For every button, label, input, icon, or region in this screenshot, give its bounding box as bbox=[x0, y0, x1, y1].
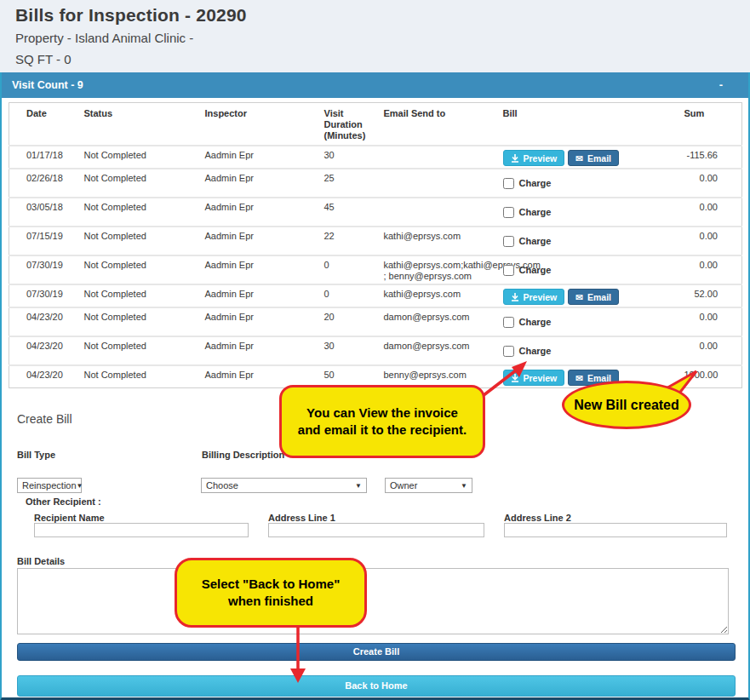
callout-text: You can View the invoice bbox=[306, 405, 458, 422]
table-row: 07/30/19Not CompletedAadmin Epr0kathi@ep… bbox=[9, 255, 742, 284]
table-row: 04/23/20Not CompletedAadmin Epr30damon@e… bbox=[9, 336, 742, 365]
col-duration: Visit Duration (Minutes) bbox=[318, 103, 377, 146]
preview-button[interactable]: Preview bbox=[503, 289, 565, 305]
preview-label: Preview bbox=[524, 153, 558, 164]
cell-duration: 45 bbox=[318, 198, 377, 227]
callout-back-to-home: Select "Back to Home" when finished bbox=[175, 558, 367, 628]
callout-text: when finished bbox=[228, 593, 313, 610]
charge-checkbox[interactable] bbox=[503, 317, 514, 328]
recipient-name-label: Recipient Name bbox=[34, 513, 105, 523]
table-row: 07/15/19Not CompletedAadmin Epr22kathi@e… bbox=[9, 227, 742, 255]
other-recipient-label: Other Recipient : bbox=[26, 496, 101, 507]
bill-details-textarea[interactable] bbox=[17, 568, 729, 634]
address-line1-input[interactable] bbox=[268, 523, 484, 537]
preview-label: Preview bbox=[524, 373, 558, 383]
billing-description-select[interactable]: Choose ▼ bbox=[201, 478, 367, 493]
charge-label: Charge bbox=[519, 178, 552, 189]
cell-duration: 20 bbox=[318, 307, 377, 336]
bill-type-label: Bill Type bbox=[17, 450, 55, 460]
cell-status: Not Completed bbox=[77, 146, 198, 169]
cell-bill: Preview✉Email bbox=[496, 284, 678, 307]
table-row: 01/17/18Not CompletedAadmin Epr30Preview… bbox=[9, 146, 742, 169]
email-button[interactable]: ✉Email bbox=[568, 289, 619, 305]
cell-status: Not Completed bbox=[77, 336, 198, 365]
billing-description-label: Billing Description bbox=[202, 450, 284, 460]
cell-date: 07/15/19 bbox=[9, 227, 77, 255]
cell-inspector: Aadmin Epr bbox=[198, 169, 318, 198]
cell-sum: 0.00 bbox=[678, 255, 742, 284]
charge-label: Charge bbox=[519, 346, 552, 357]
table-row: 02/26/18Not CompletedAadmin Epr25Charge0… bbox=[9, 169, 742, 198]
download-icon bbox=[511, 293, 519, 301]
cell-inspector: Aadmin Epr bbox=[198, 198, 318, 227]
cell-email bbox=[377, 198, 496, 227]
cell-status: Not Completed bbox=[77, 307, 198, 336]
cell-date: 07/30/19 bbox=[9, 284, 77, 307]
callout-new-bill-created: New Bill created bbox=[562, 381, 691, 429]
callout-view-invoice: You can View the invoice and email it to… bbox=[279, 385, 485, 458]
charge-checkbox[interactable] bbox=[503, 346, 514, 357]
create-bill-button[interactable]: Create Bill bbox=[17, 643, 736, 661]
bill-type-value: Reinspection bbox=[22, 480, 77, 491]
cell-duration: 30 bbox=[318, 336, 377, 365]
email-label: Email bbox=[587, 153, 611, 164]
preview-button[interactable]: Preview bbox=[503, 150, 565, 166]
address-line2-input[interactable] bbox=[504, 523, 727, 537]
cell-inspector: Aadmin Epr bbox=[198, 284, 318, 307]
recipient-name-input[interactable] bbox=[34, 523, 249, 537]
cell-status: Not Completed bbox=[77, 198, 198, 227]
cell-sum: 52.00 bbox=[678, 284, 742, 307]
preview-label: Preview bbox=[524, 292, 558, 302]
col-email: Email Send to bbox=[377, 103, 496, 146]
cell-date: 04/23/20 bbox=[9, 365, 77, 388]
chevron-down-icon: ▼ bbox=[461, 482, 467, 490]
cell-email: damon@eprsys.com bbox=[377, 307, 496, 336]
bill-details-label: Bill Details bbox=[17, 556, 65, 566]
email-label: Email bbox=[587, 292, 611, 302]
col-status: Status bbox=[77, 103, 198, 146]
cell-sum: 0.00 bbox=[678, 227, 742, 255]
charge-label: Charge bbox=[519, 207, 552, 218]
visit-count-header: Visit Count - 9 - bbox=[2, 72, 748, 98]
charge-checkbox[interactable] bbox=[503, 178, 514, 189]
cell-inspector: Aadmin Epr bbox=[198, 227, 318, 255]
address-line2-label: Address Line 2 bbox=[504, 513, 571, 523]
chevron-down-icon: ▼ bbox=[77, 482, 83, 490]
callout-text: and email it to the recipient. bbox=[298, 422, 467, 439]
callout-text: Select "Back to Home" bbox=[202, 576, 341, 593]
charge-checkbox[interactable] bbox=[503, 207, 514, 218]
charge-checkbox[interactable] bbox=[503, 236, 514, 247]
cell-email: kathi@eprsys.com bbox=[377, 284, 496, 307]
cell-duration: 22 bbox=[318, 227, 377, 255]
preview-button[interactable]: Preview bbox=[503, 370, 565, 386]
recipient-type-value: Owner bbox=[390, 480, 417, 491]
cell-bill: Charge bbox=[496, 307, 678, 336]
cell-sum: 1000.00 bbox=[678, 365, 742, 388]
visit-count-label: Visit Count - 9 bbox=[12, 79, 83, 91]
cell-status: Not Completed bbox=[77, 255, 198, 284]
cell-status: Not Completed bbox=[77, 227, 198, 255]
charge-checkbox[interactable] bbox=[503, 265, 514, 276]
recipient-type-select[interactable]: Owner ▼ bbox=[385, 478, 472, 493]
envelope-icon: ✉ bbox=[575, 373, 583, 383]
collapse-minus-icon[interactable]: - bbox=[719, 72, 723, 98]
envelope-icon: ✉ bbox=[575, 292, 583, 302]
bill-type-select[interactable]: Reinspection ▼ bbox=[17, 478, 82, 493]
email-button[interactable]: ✉Email bbox=[568, 150, 619, 166]
cell-email bbox=[377, 146, 496, 169]
cell-sum: -115.66 bbox=[678, 146, 742, 169]
page: Bills for Inspection - 20290 Property - … bbox=[0, 0, 750, 700]
cell-duration: 25 bbox=[318, 169, 377, 198]
page-header: Bills for Inspection - 20290 Property - … bbox=[0, 0, 750, 72]
col-bill: Bill bbox=[496, 103, 678, 146]
col-date: Date bbox=[9, 103, 77, 146]
table-body: 01/17/18Not CompletedAadmin Epr30Preview… bbox=[9, 146, 742, 388]
table-row: 07/30/19Not CompletedAadmin Epr0kathi@ep… bbox=[9, 284, 742, 307]
property-line: Property - Island Animal Clinic - bbox=[15, 29, 733, 47]
table-row: 03/05/18Not CompletedAadmin Epr45Charge0… bbox=[9, 198, 742, 227]
page-title: Bills for Inspection - 20290 bbox=[15, 5, 733, 26]
col-inspector: Inspector bbox=[198, 103, 318, 146]
table-row: 04/23/20Not CompletedAadmin Epr20damon@e… bbox=[9, 307, 742, 336]
table-header-row: Date Status Inspector Visit Duration (Mi… bbox=[9, 103, 742, 146]
back-to-home-button[interactable]: Back to Home bbox=[17, 675, 736, 697]
